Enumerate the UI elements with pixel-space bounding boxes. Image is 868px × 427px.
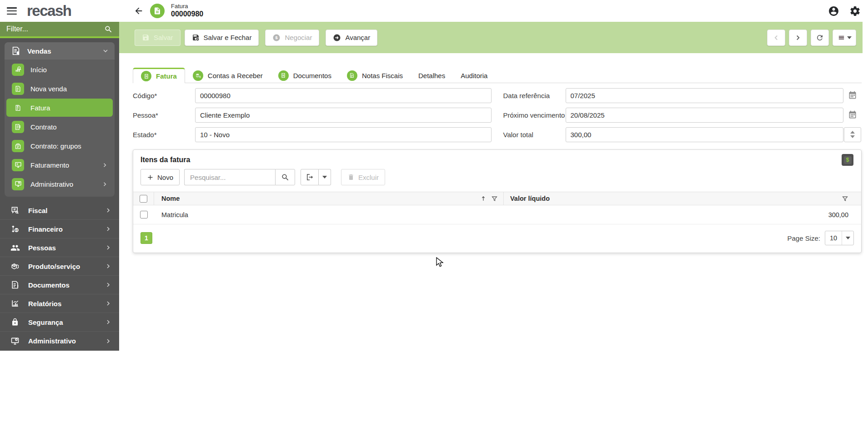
settings-gear-icon[interactable] bbox=[849, 5, 861, 17]
chevron-right-icon bbox=[105, 207, 112, 214]
invoice-items-panel: Itens da fatura $ Novo bbox=[133, 149, 862, 253]
sidebar-item-produto-servico[interactable]: Produto/serviço bbox=[0, 257, 119, 276]
calendar-icon[interactable] bbox=[848, 91, 857, 100]
pagination-bar: 1 Page Size: 10 bbox=[133, 224, 861, 247]
sidebar-item-relatorios[interactable]: Relatórios bbox=[0, 294, 119, 313]
valor-total-label: Valor total bbox=[503, 131, 566, 139]
sidebar-item-contrato[interactable]: Contrato bbox=[6, 118, 113, 136]
caret-down-icon bbox=[322, 176, 327, 179]
topbar: recash Fatura 00000980 bbox=[0, 0, 868, 22]
refresh-button[interactable] bbox=[811, 30, 829, 46]
negotiate-button[interactable]: $ Negociar bbox=[265, 30, 319, 46]
items-panel-title: Itens da fatura bbox=[133, 150, 861, 169]
valor-total-stepper[interactable] bbox=[844, 127, 861, 142]
stepper-down-icon[interactable] bbox=[850, 135, 855, 138]
save-button[interactable]: Salvar bbox=[135, 30, 181, 46]
caret-down-icon bbox=[846, 237, 850, 239]
select-all-checkbox[interactable] bbox=[140, 195, 147, 203]
row-valor: 300,00 bbox=[828, 211, 848, 218]
save-close-button[interactable]: Salvar e Fechar bbox=[185, 30, 259, 46]
valor-total-field[interactable] bbox=[566, 127, 844, 142]
sidebar-item-inicio[interactable]: Início bbox=[6, 60, 113, 79]
sidebar-item-nova-venda[interactable]: Nova venda bbox=[6, 79, 113, 98]
chevron-right-icon bbox=[794, 34, 802, 42]
more-menu-button[interactable] bbox=[833, 30, 856, 46]
table-row[interactable]: Matricula 300,00 bbox=[133, 205, 861, 224]
tab-documentos[interactable]: $ Documentos bbox=[271, 68, 339, 83]
filter-funnel-icon[interactable] bbox=[842, 195, 848, 202]
items-search-input[interactable] bbox=[184, 169, 275, 185]
save-close-icon bbox=[192, 34, 200, 41]
save-floppy-icon bbox=[142, 34, 150, 41]
user-account-icon[interactable] bbox=[828, 5, 839, 17]
new-sale-doc-icon bbox=[12, 83, 24, 95]
delete-item-button[interactable]: Excluir bbox=[341, 169, 385, 185]
sidebar-item-fiscal[interactable]: Fiscal bbox=[0, 201, 119, 220]
data-referencia-field[interactable] bbox=[566, 88, 844, 103]
chevron-right-icon bbox=[105, 263, 112, 270]
finance-icon: $ bbox=[9, 224, 21, 233]
people-icon bbox=[9, 243, 21, 253]
sidebar-item-documentos[interactable]: Documentos bbox=[0, 276, 119, 294]
action-toolbar: Salvar Salvar e Fechar $ Negociar Avança… bbox=[119, 22, 863, 53]
svg-text:$: $ bbox=[199, 75, 201, 78]
search-icon[interactable] bbox=[104, 25, 113, 34]
sidebar-item-financeiro[interactable]: $ Financeiro bbox=[0, 220, 119, 238]
new-item-button[interactable]: Novo bbox=[140, 169, 180, 185]
sidebar-item-contrato-grupos[interactable]: Contrato: grupos bbox=[6, 137, 113, 155]
tab-contas-a-receber[interactable]: $ Contas a Receber bbox=[185, 68, 271, 83]
page-1-button[interactable]: 1 bbox=[140, 232, 152, 244]
invoice-tab-icon: $ bbox=[141, 71, 151, 81]
receivables-tab-icon: $ bbox=[193, 70, 203, 81]
tab-bar: $ Fatura $ Contas a Receber $ Documentos bbox=[133, 68, 862, 83]
search-icon bbox=[281, 173, 290, 182]
sidebar-group-header-vendas[interactable]: $ Vendas bbox=[5, 42, 115, 60]
tab-detalhes[interactable]: Detalhes bbox=[411, 68, 453, 83]
svg-text:$: $ bbox=[17, 104, 18, 107]
advance-button[interactable]: Avançar bbox=[326, 30, 377, 46]
reports-chart-icon bbox=[9, 299, 21, 308]
svg-text:$: $ bbox=[276, 35, 278, 40]
back-arrow-icon[interactable] bbox=[134, 6, 144, 16]
billing-monitor-icon bbox=[12, 159, 24, 171]
chevron-right-icon bbox=[105, 318, 112, 326]
sidebar-item-fatura[interactable]: $ Fatura bbox=[6, 99, 113, 117]
svg-text:$: $ bbox=[283, 74, 284, 77]
codigo-field[interactable] bbox=[195, 88, 492, 103]
home-chart-icon bbox=[12, 64, 24, 76]
page-size-select[interactable]: 10 bbox=[825, 231, 854, 245]
estado-label: Estado* bbox=[133, 131, 195, 139]
filter-funnel-icon[interactable] bbox=[491, 195, 498, 202]
items-toolbar: Novo Excl bbox=[133, 169, 861, 192]
menu-hamburger-icon[interactable] bbox=[7, 7, 17, 15]
tab-notas-fiscais[interactable]: Notas Fiscais bbox=[339, 68, 411, 83]
panel-currency-button[interactable]: $ bbox=[842, 154, 853, 166]
export-button[interactable] bbox=[301, 169, 319, 185]
calendar-icon[interactable] bbox=[848, 110, 857, 119]
pessoa-field[interactable] bbox=[195, 108, 492, 123]
sidebar-item-seguranca[interactable]: Segurança bbox=[0, 313, 119, 332]
sidebar-item-faturamento[interactable]: Faturamento bbox=[6, 156, 113, 174]
plus-icon bbox=[147, 174, 154, 181]
refresh-icon bbox=[816, 34, 824, 42]
estado-field[interactable] bbox=[195, 127, 492, 142]
stepper-up-icon[interactable] bbox=[850, 131, 855, 134]
sidebar-item-administrativo[interactable]: Administrativo bbox=[0, 332, 119, 350]
proximo-vencimento-field[interactable] bbox=[566, 108, 844, 123]
proximo-vencimento-label: Próximo vencimento bbox=[503, 111, 566, 119]
arrow-circle-icon bbox=[333, 34, 341, 42]
next-record-button[interactable] bbox=[789, 30, 807, 46]
sort-asc-icon[interactable] bbox=[480, 195, 487, 202]
chevron-right-icon bbox=[105, 281, 112, 288]
sidebar-item-pessoas[interactable]: Pessoas bbox=[0, 238, 119, 257]
svg-text:$: $ bbox=[146, 75, 147, 78]
contract-doc-icon bbox=[12, 121, 24, 133]
sidebar-item-administrativo-vendas[interactable]: Administrativo bbox=[6, 175, 113, 193]
previous-record-button[interactable] bbox=[767, 30, 785, 46]
row-checkbox[interactable] bbox=[140, 211, 148, 218]
items-search-button[interactable] bbox=[275, 169, 295, 185]
export-dropdown-button[interactable] bbox=[319, 169, 331, 185]
tab-auditoria[interactable]: Auditoria bbox=[453, 68, 495, 83]
filter-input[interactable] bbox=[6, 25, 104, 33]
tab-fatura[interactable]: $ Fatura bbox=[133, 68, 185, 83]
